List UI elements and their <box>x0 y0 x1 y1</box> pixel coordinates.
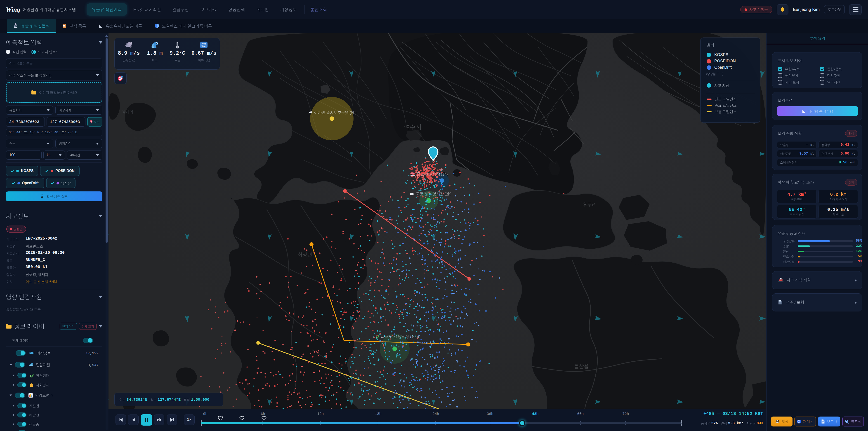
svg-text:Wing: Wing <box>6 6 20 13</box>
